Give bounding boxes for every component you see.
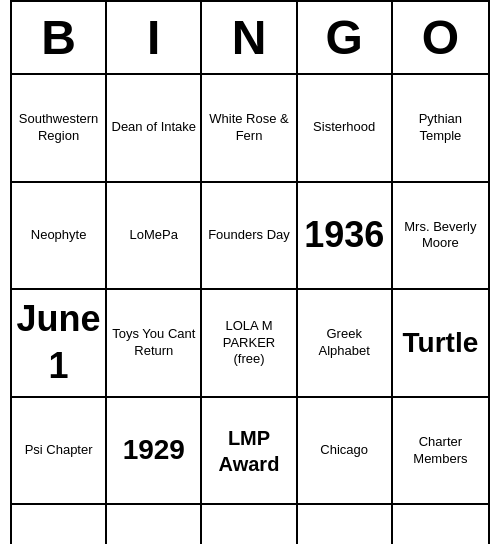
- bingo-cell-12: LOLA M PARKER (free): [202, 290, 297, 398]
- bingo-cell-10: June 1: [12, 290, 107, 398]
- bingo-cell-5: Neophyte: [12, 183, 107, 291]
- bingo-cell-18: Chicago: [298, 398, 393, 506]
- bingo-letter-i: I: [107, 2, 202, 73]
- bingo-cell-2: White Rose & Fern: [202, 75, 297, 183]
- bingo-cell-7: Founders Day: [202, 183, 297, 291]
- bingo-cell-4: Pythian Temple: [393, 75, 488, 183]
- bingo-cell-6: LoMePa: [107, 183, 202, 291]
- bingo-header: BINGO: [12, 2, 488, 75]
- bingo-cell-11: Toys You Cant Return: [107, 290, 202, 398]
- bingo-cell-24: Emerald Princess: [393, 505, 488, 544]
- bingo-cell-8: 1936: [298, 183, 393, 291]
- bingo-cell-23: Emerald Queen: [298, 505, 393, 544]
- bingo-cell-13: Greek Alphabet: [298, 290, 393, 398]
- bingo-grid: Southwestern RegionDean of IntakeWhite R…: [12, 75, 488, 544]
- bingo-letter-n: N: [202, 2, 297, 73]
- bingo-letter-o: O: [393, 2, 488, 73]
- bingo-cell-17: LMP Award: [202, 398, 297, 506]
- bingo-cell-15: Psi Chapter: [12, 398, 107, 506]
- bingo-card: BINGO Southwestern RegionDean of IntakeW…: [10, 0, 490, 544]
- bingo-cell-1: Dean of Intake: [107, 75, 202, 183]
- bingo-cell-21: Men of Iota: [107, 505, 202, 544]
- bingo-cell-14: Turtle: [393, 290, 488, 398]
- bingo-letter-b: B: [12, 2, 107, 73]
- bingo-cell-0: Southwestern Region: [12, 75, 107, 183]
- bingo-letter-g: G: [298, 2, 393, 73]
- bingo-cell-9: Mrs. Beverly Moore: [393, 183, 488, 291]
- bingo-cell-16: 1929: [107, 398, 202, 506]
- bingo-cell-20: 1936: [12, 505, 107, 544]
- bingo-cell-22: White Rose Queen: [202, 505, 297, 544]
- bingo-cell-3: Sisterhood: [298, 75, 393, 183]
- bingo-cell-19: Charter Members: [393, 398, 488, 506]
